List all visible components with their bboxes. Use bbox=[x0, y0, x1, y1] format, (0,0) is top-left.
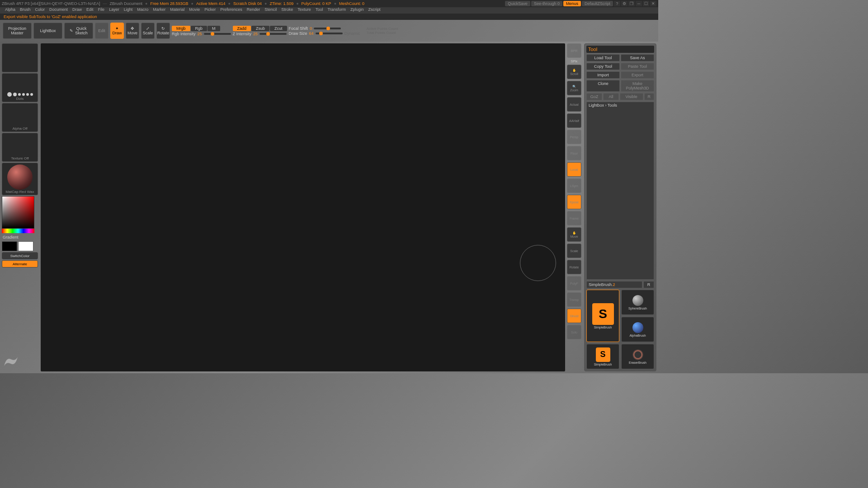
tool-thumb-simplebrush2[interactable]: S SimpleBrush bbox=[586, 344, 619, 369]
xpose-button[interactable]: Xpose bbox=[567, 195, 581, 209]
current-tool-label[interactable]: SimpleBrush.2 bbox=[586, 281, 642, 288]
rgb-button[interactable]: Rgb bbox=[191, 26, 208, 31]
tool-thumb-eraserbrush[interactable]: EraserBrush bbox=[621, 344, 654, 369]
tool-panel-header[interactable]: Tool bbox=[586, 46, 654, 53]
lightbox-tools-button[interactable]: Lightbox › Tools bbox=[586, 102, 654, 280]
menu-brush[interactable]: Brush bbox=[18, 7, 33, 14]
paste-tool-button[interactable]: Paste Tool bbox=[621, 63, 654, 70]
alpha-slot[interactable]: Alpha Off bbox=[2, 103, 38, 132]
swatch-white[interactable] bbox=[18, 241, 33, 251]
save-as-button[interactable]: Save As bbox=[621, 54, 654, 61]
import-button[interactable]: Import bbox=[586, 71, 620, 79]
menu-document[interactable]: Document bbox=[47, 7, 70, 14]
material-slot[interactable]: MatCap Red Wax bbox=[2, 163, 38, 195]
scale-button[interactable]: ⤢ Scale bbox=[141, 23, 155, 39]
menu-zplugin[interactable]: Zplugin bbox=[348, 7, 366, 14]
mrgb-button[interactable]: Mrgb bbox=[172, 26, 190, 31]
menu-edit[interactable]: Edit bbox=[84, 7, 96, 14]
menu-render[interactable]: Render bbox=[245, 7, 263, 14]
scroll-button[interactable]: ✋Scroll bbox=[567, 65, 581, 79]
seethrough-button[interactable]: See-through 0 bbox=[531, 1, 562, 6]
copy-tool-button[interactable]: Copy Tool bbox=[586, 63, 620, 70]
lightbox-button[interactable]: LightBox bbox=[33, 23, 62, 39]
zcut-button[interactable]: Zcut bbox=[270, 26, 287, 31]
menu-texture[interactable]: Texture bbox=[295, 7, 313, 14]
goz-visible-button[interactable]: Visible bbox=[620, 93, 643, 100]
menus-button[interactable]: Menus bbox=[563, 1, 581, 6]
z-intensity-slider[interactable]: Z Intensity25 bbox=[233, 32, 287, 36]
minimize-icon[interactable]: ─ bbox=[636, 1, 642, 6]
goz-r-button[interactable]: R bbox=[644, 93, 654, 100]
switchcolor-button[interactable]: SwitchColor bbox=[2, 252, 38, 259]
clone-button[interactable]: Clone bbox=[586, 80, 620, 92]
ghost-button[interactable]: Ghost bbox=[567, 309, 581, 323]
edit-button[interactable]: Edit bbox=[95, 23, 108, 39]
aahalf-button[interactable]: AAHalf bbox=[567, 113, 581, 128]
lsym-button[interactable]: LSym bbox=[567, 178, 581, 193]
move-nav-button[interactable]: ✋Move bbox=[567, 227, 581, 242]
draw-size-slider[interactable]: Draw Size64 Dynamic bbox=[289, 31, 360, 36]
menu-marker[interactable]: Marker bbox=[151, 7, 168, 14]
menu-material[interactable]: Material bbox=[168, 7, 187, 14]
move-button[interactable]: ✥ Move bbox=[126, 23, 139, 39]
alternate-button[interactable]: Alternate bbox=[2, 260, 38, 267]
swatch-black[interactable] bbox=[2, 241, 17, 251]
menu-picker[interactable]: Picker bbox=[202, 7, 218, 14]
menu-draw[interactable]: Draw bbox=[70, 7, 84, 14]
zoom-button[interactable]: 🔍Zoom bbox=[567, 81, 581, 95]
focal-shift-slider[interactable]: Focal Shift0 bbox=[289, 26, 360, 31]
defaultscript-button[interactable]: DefaultZScript bbox=[582, 1, 613, 6]
solo-button[interactable]: Solo bbox=[567, 325, 581, 339]
texture-slot[interactable]: Texture Off bbox=[2, 133, 38, 162]
menu-zscript[interactable]: Zscript bbox=[366, 7, 383, 14]
config-icon[interactable]: ⚙ bbox=[621, 1, 627, 6]
quicksave-button[interactable]: QuickSave bbox=[505, 1, 530, 6]
persp-button[interactable]: Persp bbox=[567, 130, 581, 144]
rgb-intensity-slider[interactable]: Rgb Intensity25 bbox=[172, 32, 231, 36]
tool-thumb-alphabrush[interactable]: AlphaBrush bbox=[621, 317, 654, 342]
color-picker[interactable] bbox=[2, 196, 38, 233]
menu-light[interactable]: Light bbox=[122, 7, 135, 14]
scale-nav-button[interactable]: Scale bbox=[567, 244, 581, 258]
stroke-slot[interactable]: Dots bbox=[2, 73, 38, 102]
load-tool-button[interactable]: Load Tool bbox=[586, 54, 620, 61]
export-button[interactable]: Export bbox=[621, 71, 654, 79]
menu-macro[interactable]: Macro bbox=[135, 7, 151, 14]
menu-file[interactable]: File bbox=[96, 7, 107, 14]
menu-color[interactable]: Color bbox=[33, 7, 47, 14]
menu-alpha[interactable]: Alpha bbox=[3, 7, 18, 14]
menu-transform[interactable]: Transform bbox=[325, 7, 348, 14]
local-button[interactable]: Local bbox=[567, 162, 581, 177]
tool-r-button[interactable]: R bbox=[643, 281, 654, 288]
polyf-button[interactable]: PolyF bbox=[567, 276, 581, 291]
canvas[interactable] bbox=[41, 43, 565, 371]
brush-slot[interactable] bbox=[2, 43, 38, 72]
maximize-icon[interactable]: ☐ bbox=[643, 1, 649, 6]
rotate-nav-button[interactable]: Rotate bbox=[567, 260, 581, 274]
zsub-button[interactable]: Zsub bbox=[251, 26, 269, 31]
menu-movie[interactable]: Movie bbox=[187, 7, 202, 14]
goz-all-button[interactable]: All bbox=[603, 93, 619, 100]
menu-layer[interactable]: Layer bbox=[107, 7, 122, 14]
menu-stroke[interactable]: Stroke bbox=[279, 7, 295, 14]
goz-button[interactable]: GoZ bbox=[586, 93, 602, 100]
quicksketch-button[interactable]: ✎ Quick Sketch bbox=[64, 23, 93, 39]
menu-tool[interactable]: Tool bbox=[313, 7, 326, 14]
draw-button[interactable]: ✦ Draw bbox=[110, 23, 124, 39]
tool-thumb-simplebrush[interactable]: S SimpleBrush bbox=[586, 290, 619, 342]
tool-thumb-spherebrush[interactable]: SphereBrush bbox=[621, 290, 654, 315]
frame-button[interactable]: Frame bbox=[567, 211, 581, 225]
menu-stencil[interactable]: Stencil bbox=[262, 7, 279, 14]
make-polymesh-button[interactable]: Make PolyMesh3D bbox=[621, 80, 654, 92]
bpr-button[interactable]: BPR bbox=[567, 43, 581, 58]
transp-button[interactable]: Transp bbox=[567, 292, 581, 307]
close-icon[interactable]: ✕ bbox=[650, 1, 656, 6]
menu-preferences[interactable]: Preferences bbox=[218, 7, 245, 14]
m-button[interactable]: M bbox=[208, 26, 220, 31]
help-icon[interactable]: ? bbox=[614, 1, 620, 6]
actual-button[interactable]: Actual bbox=[567, 97, 581, 112]
zadd-button[interactable]: Zadd bbox=[233, 26, 251, 31]
floor-button[interactable]: Floor bbox=[567, 146, 581, 160]
rotate-button[interactable]: ↻ Rotate bbox=[156, 23, 170, 39]
restore-icon[interactable]: ❐ bbox=[628, 1, 635, 6]
